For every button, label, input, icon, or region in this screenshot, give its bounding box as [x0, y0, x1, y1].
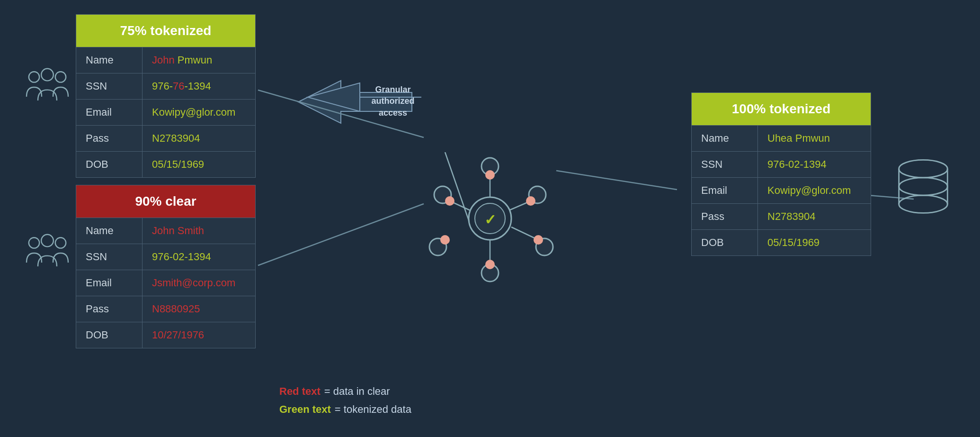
legend-red-line: Red text = data in clear [279, 382, 411, 400]
table-75-name-label: Name [76, 47, 143, 73]
table-75-email-label: Email [76, 100, 143, 126]
arrow-label: Granular authorized access [367, 84, 419, 118]
legend: Red text = data in clear Green text = to… [279, 382, 411, 418]
table-75-email-value: Kowipy@glor.com [143, 100, 256, 126]
table-100-ssn-label: SSN [692, 152, 758, 178]
svg-point-24 [534, 235, 543, 245]
table-100-dob-value: 05/15/1969 [758, 230, 871, 256]
hub-network-node: ✓ [424, 152, 556, 285]
table-75-header-row: 75% tokenized [76, 15, 256, 47]
table-100-pass-label: Pass [692, 204, 758, 230]
table-90-data: 90% clear Name John Smith SSN 976-02-139… [76, 185, 256, 348]
svg-point-6 [41, 235, 53, 247]
table-75-dob-row: DOB 05/15/1969 [76, 152, 256, 178]
table-90-ssn-row: SSN 976-02-1394 [76, 244, 256, 270]
svg-point-3 [41, 69, 53, 81]
table-75-email-row: Email Kowipy@glor.com [76, 100, 256, 126]
table-100-email-value: Kowipy@glor.com [758, 178, 871, 204]
legend-red-label: Red text [279, 382, 321, 400]
legend-red-desc: = data in clear [324, 382, 390, 400]
legend-green-label: Green text [279, 401, 331, 418]
database-icon [892, 156, 954, 225]
table-100-header-row: 100% tokenized [692, 93, 871, 126]
people-icon-bottom [24, 232, 71, 272]
table-90-dob-row: DOB 10/27/1976 [76, 322, 256, 348]
name-green-part: Pmwun [178, 54, 212, 66]
table-75-name-value: John Pmwun [143, 47, 256, 73]
table-100-ssn-value: 976-02-1394 [758, 152, 871, 178]
svg-point-29 [899, 160, 948, 177]
table-100-name-row: Name Uhea Pmwun [692, 126, 871, 152]
table-100-percent: 100% tokenized Name Uhea Pmwun SSN 976-0… [691, 92, 871, 256]
table-75-pass-value: N2783904 [143, 126, 256, 152]
table-100-ssn-row: SSN 976-02-1394 [692, 152, 871, 178]
table-90-header-row: 90% clear [76, 185, 256, 218]
legend-green-desc: = tokenized data [335, 401, 411, 418]
table-90-dob-label: DOB [76, 322, 143, 348]
table-100-email-label: Email [692, 178, 758, 204]
svg-point-22 [485, 170, 495, 180]
table-90-ssn-value: 976-02-1394 [143, 244, 256, 270]
svg-point-2 [55, 72, 66, 82]
table-75-name-row: Name John Pmwun [76, 47, 256, 73]
table-75-header: 75% tokenized [76, 15, 256, 47]
line-hub-100 [556, 171, 677, 190]
table-90-email-label: Email [76, 270, 143, 296]
table-100-pass-row: Pass N2783904 [692, 204, 871, 230]
svg-point-25 [485, 260, 495, 269]
table-75-ssn-value: 976-76-1394 [143, 73, 256, 100]
svg-point-4 [29, 237, 39, 248]
table-90-name-row: Name John Smith [76, 218, 256, 244]
table-75-pass-label: Pass [76, 126, 143, 152]
table-100-name-label: Name [692, 126, 758, 152]
table-100-data: 100% tokenized Name Uhea Pmwun SSN 976-0… [691, 92, 871, 256]
table-100-header: 100% tokenized [692, 93, 871, 126]
table-90-name-value: John Smith [143, 218, 256, 244]
name-red-part: John [152, 54, 178, 66]
table-100-dob-label: DOB [692, 230, 758, 256]
table-90-ssn-label: SSN [76, 244, 143, 270]
svg-text:✓: ✓ [484, 212, 496, 228]
table-90-email-row: Email Jsmith@corp.com [76, 270, 256, 296]
people-icon-top [24, 66, 71, 106]
table-75-ssn-label: SSN [76, 73, 143, 100]
table-75-ssn-row: SSN 976-76-1394 [76, 73, 256, 100]
legend-green-line: Green text = tokenized data [279, 401, 411, 418]
table-90-header: 90% clear [76, 185, 256, 218]
svg-point-32 [899, 195, 948, 213]
table-90-pass-value: N8880925 [143, 296, 256, 322]
table-75-dob-label: DOB [76, 152, 143, 178]
table-100-dob-row: DOB 05/15/1969 [692, 230, 871, 256]
svg-point-5 [55, 237, 66, 248]
table-90-dob-value: 10/27/1976 [143, 322, 256, 348]
table-90-name-label: Name [76, 218, 143, 244]
line-90-hub [258, 204, 424, 265]
svg-point-33 [899, 178, 948, 195]
table-90-pass-row: Pass N8880925 [76, 296, 256, 322]
svg-point-26 [440, 235, 450, 245]
table-90-pass-label: Pass [76, 296, 143, 322]
table-100-email-row: Email Kowipy@glor.com [692, 178, 871, 204]
main-container: 75% tokenized Name John Pmwun SSN 976-76… [0, 0, 980, 437]
svg-point-1 [29, 72, 39, 82]
svg-point-27 [445, 196, 454, 206]
table-100-name-value: Uhea Pmwun [758, 126, 871, 152]
table-75-percent: 75% tokenized Name John Pmwun SSN 976-76… [76, 14, 256, 178]
table-75-pass-row: Pass N2783904 [76, 126, 256, 152]
table-90-email-value: Jsmith@corp.com [143, 270, 256, 296]
table-75-data: 75% tokenized Name John Pmwun SSN 976-76… [76, 14, 256, 178]
arrow-container: Granular authorized access [298, 73, 421, 123]
table-100-pass-value: N2783904 [758, 204, 871, 230]
svg-point-23 [526, 196, 535, 206]
table-75-dob-value: 05/15/1969 [143, 152, 256, 178]
table-90-percent: 90% clear Name John Smith SSN 976-02-139… [76, 185, 256, 348]
